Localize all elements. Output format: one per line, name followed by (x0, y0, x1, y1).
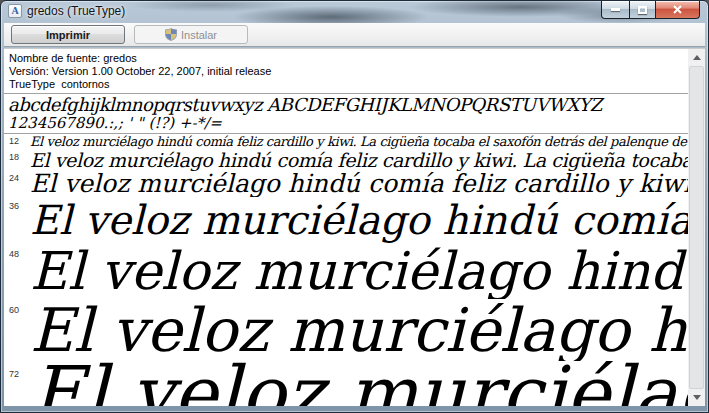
font-info: Nombre de fuente: gredos Versión: Versio… (4, 49, 688, 93)
install-button[interactable]: Instalar (134, 25, 248, 44)
arrow-up-icon (693, 55, 701, 60)
minimize-button[interactable] (601, 1, 630, 19)
size-label: 60 (4, 299, 30, 361)
pangram-text: El veloz murciélago hindú comía feliz ca… (30, 134, 688, 150)
preview-row-36: 36 El veloz murciélago hindú comía feliz… (4, 197, 688, 243)
preview-row-12: 12 El veloz murciélago hindú comía feliz… (4, 134, 688, 150)
maximize-button[interactable] (629, 1, 656, 19)
size-label: 24 (4, 171, 30, 197)
preview-scroll-area: Nombre de fuente: gredos Versión: Versio… (4, 49, 688, 406)
command-bar: Imprimir Instalar (4, 23, 705, 47)
pangram-text: El veloz murciélago hindú comía feliz ca… (30, 299, 688, 361)
size-label: 36 (4, 197, 30, 243)
uac-shield-icon (165, 28, 177, 41)
alphabet-sample: abcdefghijklmnopqrstuvwxyz ABCDEFGHIJKLM… (8, 95, 688, 115)
print-button[interactable]: Imprimir (11, 25, 125, 44)
pangram-text: El veloz murciélago hindú comía feliz ca… (30, 150, 688, 171)
font-type-line: TrueType contornos (9, 78, 688, 91)
scrollbar-thumb[interactable] (689, 66, 704, 389)
arrow-down-icon (693, 395, 701, 400)
pangram-text: El veloz murciélago hindú comía feliz ca… (30, 361, 688, 406)
pangram-text: El veloz murciélago hindú comía feliz ca… (30, 171, 688, 197)
close-button[interactable] (655, 1, 700, 19)
preview-row-18: 18 El veloz murciélago hindú comía feliz… (4, 150, 688, 171)
install-button-label: Instalar (181, 29, 217, 41)
preview-row-24: 24 El veloz murciélago hindú comía feliz… (4, 171, 688, 197)
scroll-down-button[interactable] (688, 389, 705, 406)
pangram-text: El veloz murciélago hindú comía feliz ca… (30, 197, 688, 243)
titlebar-left: A gredos (TrueType) (8, 4, 125, 18)
preview-row-60: 60 El veloz murciélago hindú comía feliz… (4, 299, 688, 361)
font-version-line: Versión: Version 1.00 October 22, 2007, … (9, 65, 688, 78)
size-label: 12 (4, 134, 30, 150)
numerals-sample: 1234567890.:,; ' " (!?) +-*/= (8, 115, 688, 131)
size-label: 18 (4, 150, 30, 171)
font-file-icon: A (8, 4, 22, 18)
font-name-line: Nombre de fuente: gredos (9, 52, 688, 65)
window-controls (601, 1, 700, 19)
close-icon (673, 5, 682, 14)
minimize-icon (611, 8, 620, 11)
scroll-up-button[interactable] (688, 49, 705, 66)
pangram-text: El veloz murciélago hindú comía feliz ca… (30, 243, 688, 299)
preview-pane: Nombre de fuente: gredos Versión: Versio… (4, 48, 705, 406)
font-viewer-window: A gredos (TrueType) Imprimir (0, 0, 709, 413)
maximize-icon (638, 6, 647, 14)
size-label: 72 (4, 361, 30, 406)
vertical-scrollbar[interactable] (688, 49, 705, 406)
size-label: 48 (4, 243, 30, 299)
window-title: gredos (TrueType) (27, 4, 125, 18)
preview-row-48: 48 El veloz murciélago hindú comía feliz… (4, 243, 688, 299)
titlebar[interactable]: A gredos (TrueType) (1, 1, 708, 23)
preview-row-72: 72 El veloz murciélago hindú comía feliz… (4, 361, 688, 406)
charset-sample: abcdefghijklmnopqrstuvwxyz ABCDEFGHIJKLM… (4, 94, 688, 133)
